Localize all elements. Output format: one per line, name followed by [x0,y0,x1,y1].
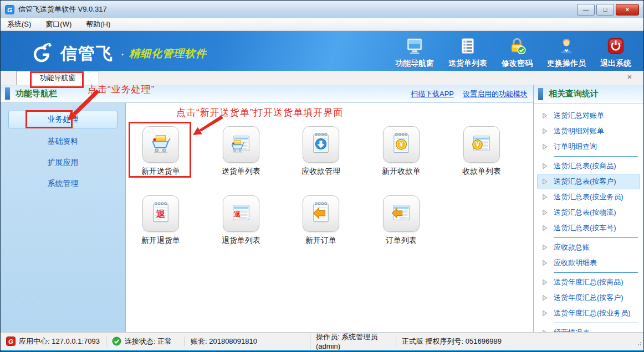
query-item[interactable]: 应收款总账 [537,240,640,255]
query-item-label: 订单明细查询 [554,142,597,152]
query-item[interactable]: 送货汇总表(按客户) [537,174,640,189]
sidebar-item-basic-data[interactable]: 基础资料 [8,133,117,149]
nav-links: 扫描下载APP设置启用的功能模块 [402,89,528,99]
toolbar-button-switch-operator[interactable]: 更换操作员 [547,37,586,69]
query-panel-header: 相关查询统计 [534,85,643,103]
list-divider [554,323,638,323]
tile-button-receipt-list[interactable]: ¥ [463,126,500,163]
tile-button-order-list[interactable] [383,195,420,232]
tile-order-list[interactable]: 订单列表 [365,195,437,246]
status-label: 应用中心: 127.0.0.1:7093 [19,337,100,346]
tile-label: 新开收款单 [365,167,437,177]
brand-name: 信管飞 [60,43,114,65]
resize-grip-icon[interactable] [636,339,642,349]
window-controls: —□× [575,4,639,15]
triangle-right-icon [542,112,548,119]
tile-button-new-delivery-note[interactable] [142,126,179,163]
app-window: G 信管飞送货单软件 V9.0.317 —□× 系统(S)窗口(W)帮助(H) … [0,0,644,352]
menu-item-window[interactable]: 窗口(W) [45,19,71,29]
status-license: 正式版 授权序列号: 051696989 [396,337,643,346]
close-button[interactable]: × [616,4,639,15]
nav-title: 功能导航栏 [16,89,57,99]
query-item[interactable]: 送货汇总表(按车号) [537,220,640,236]
tab-close-icon[interactable]: × [625,72,635,82]
link-set-enabled-modules[interactable]: 设置启用的功能模块 [463,90,528,98]
toolbar-label: 退出系统 [600,59,631,69]
tile-receipt-list[interactable]: ¥收款单列表 [446,126,518,177]
query-item-label: 送货汇总表(按车号) [554,223,616,233]
sidebar-item-extended-apps[interactable]: 扩展应用 [8,154,117,170]
notepad-coin-icon: ¥ [389,131,414,158]
tile-button-receivables-management[interactable] [303,126,339,163]
query-item[interactable]: 送货明细对账单 [537,123,640,139]
menu-item-help[interactable]: 帮助(H) [86,19,110,29]
tile-label: 应收款管理 [285,167,357,177]
query-item[interactable]: 送货汇总对账单 [537,108,640,123]
query-item-label: 应收款明细表 [554,258,597,268]
triangle-right-icon [542,294,548,301]
toolbar-button-delivery-note-list[interactable]: 送货单列表 [448,37,487,69]
tile-return-note-list[interactable]: 退退货单列表 [205,195,277,246]
tile-button-new-receipt[interactable]: ¥ [383,126,420,163]
query-item[interactable]: 送货年度汇总(按商品) [537,275,640,290]
query-item[interactable]: 送货汇总表(按业务员) [537,189,640,205]
query-item[interactable]: 订单明细查询 [537,139,640,154]
menu-bar: 系统(S)窗口(W)帮助(H) [1,18,643,31]
status-label: 操作员: 系统管理员(admin) [316,332,396,350]
tab-strip: 功能导航窗 × [1,71,643,85]
brand: 信管飞 · 精细化管理软件 [28,41,207,67]
query-item-label: 送货汇总表(按客户) [554,177,616,187]
sidebar-item-business-processing[interactable]: 业务处理 [8,111,117,128]
query-item[interactable]: 送货年度汇总(按客户) [537,290,640,306]
toolbar-button-exit-system[interactable]: 退出系统 [600,37,631,69]
tile-delivery-note-list[interactable]: 送货单列表 [205,126,277,177]
tile-new-receipt[interactable]: ¥新开收款单 [365,126,437,177]
check-circle-icon [112,337,121,346]
query-item-label: 送货汇总表(按业务员) [554,192,623,202]
xinguanfei-logo-icon [28,41,56,67]
title-bar: G 信管飞送货单软件 V9.0.317 —□× [1,1,643,19]
query-item[interactable]: 应收款明细表 [537,255,640,271]
query-panel-title: 相关查询统计 [549,89,599,99]
operator-icon [557,37,576,58]
tile-button-new-return-note[interactable]: 退 [142,195,179,232]
triangle-right-icon [542,163,548,169]
tile-button-new-order[interactable] [303,195,339,232]
query-list: 送货汇总对账单送货明细对账单订单明细查询送货汇总表(按商品)送货汇总表(按客户)… [534,103,643,340]
notepad-return-icon: 退 [148,200,173,227]
triangle-right-icon [542,310,548,317]
list-divider [554,237,638,238]
triangle-right-icon [542,143,548,150]
menu-item-system[interactable]: 系统(S) [7,19,31,29]
nav-header: 功能导航栏 扫描下载APP设置启用的功能模块 [1,85,533,103]
restore-button[interactable]: □ [596,4,614,15]
tile-new-order[interactable]: 新开订单 [285,195,357,246]
window-coin-icon: ¥ [469,131,494,158]
minimize-button[interactable]: — [577,4,595,15]
toolbar-button-change-password[interactable]: 修改密码 [502,37,533,69]
query-item[interactable]: 送货汇总表(按物流) [537,205,640,220]
tile-receivables-management[interactable]: 应收款管理 [285,126,357,177]
app-logo-red-icon: G [6,337,16,346]
tile-button-delivery-note-list[interactable] [223,126,259,163]
query-item[interactable]: 送货汇总表(按商品) [537,158,640,174]
tile-button-return-note-list[interactable]: 退 [223,195,259,232]
triangle-right-icon [542,225,548,231]
sidebar-item-system-management[interactable]: 系统管理 [8,175,117,191]
query-panel: 相关查询统计 送货汇总对账单送货明细对账单订单明细查询送货汇总表(按商品)送货汇… [533,85,643,332]
link-scan-download-app[interactable]: 扫描下载APP [411,90,454,98]
tile-label: 订单列表 [365,236,437,246]
toolbar-label: 更换操作员 [547,59,586,69]
tile-new-return-note[interactable]: 退新开退货单 [125,195,197,246]
power-icon [606,37,625,58]
triangle-right-icon [542,209,548,216]
query-item[interactable]: 送货年度汇总(按业务员) [537,306,640,321]
tile-new-delivery-note[interactable]: 新开送货单 [125,126,197,177]
window-title: 信管飞送货单软件 V9.0.317 [18,4,107,14]
triangle-right-icon [542,244,548,251]
tile-label: 新开退货单 [125,236,197,246]
tab-nav-window[interactable]: 功能导航窗 [16,71,99,85]
toolbar-button-nav-window[interactable]: 功能导航窗 [395,37,434,69]
toolbar-label: 修改密码 [502,59,533,69]
query-item-label: 送货汇总对账单 [554,111,604,121]
